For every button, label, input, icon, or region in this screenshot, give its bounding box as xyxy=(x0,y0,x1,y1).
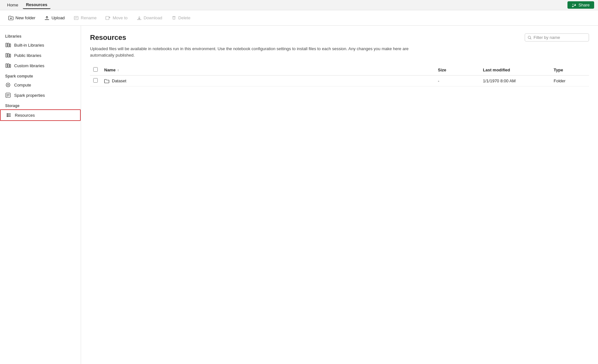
download-icon xyxy=(137,15,142,21)
move-to-button[interactable]: Move to xyxy=(101,14,132,23)
new-folder-button[interactable]: New folder xyxy=(4,14,40,23)
libraries-section-label: Libraries xyxy=(0,31,81,40)
header-size[interactable]: Size xyxy=(435,65,480,76)
svg-point-12 xyxy=(7,84,9,86)
svg-rect-8 xyxy=(6,64,7,68)
sidebar-item-public-libraries-label: Public libraries xyxy=(14,53,41,58)
svg-rect-6 xyxy=(8,53,9,57)
public-libraries-icon xyxy=(5,52,11,58)
share-icon xyxy=(572,3,576,7)
sidebar: Libraries Built-in Libraries Public libr… xyxy=(0,26,81,364)
sidebar-item-public-libraries[interactable]: Public libraries xyxy=(0,50,81,60)
row-name-cell: Dataset xyxy=(101,76,435,86)
toolbar: New folder Upload Rename Move to Downloa… xyxy=(0,10,598,26)
name-col-label: Name xyxy=(104,68,115,72)
svg-rect-9 xyxy=(8,64,9,68)
sidebar-item-builtin-libraries-label: Built-in Libraries xyxy=(14,43,44,48)
sidebar-item-spark-properties-label: Spark properties xyxy=(14,93,45,98)
header-last-modified[interactable]: Last modified xyxy=(480,65,550,76)
row-checkbox[interactable] xyxy=(93,78,98,83)
filter-input-wrap xyxy=(525,33,589,41)
row-checkbox-cell xyxy=(90,76,101,86)
main-layout: Libraries Built-in Libraries Public libr… xyxy=(0,26,598,364)
sort-arrow-icon: ↑ xyxy=(117,68,119,72)
content-description: Uploaded files will be available in note… xyxy=(90,46,428,58)
modified-col-label: Last modified xyxy=(483,68,510,72)
svg-rect-10 xyxy=(10,64,11,68)
custom-libraries-icon xyxy=(5,63,11,68)
rename-label: Rename xyxy=(81,15,96,20)
row-name: Dataset xyxy=(112,78,126,83)
svg-rect-1 xyxy=(106,16,109,20)
header-name[interactable]: Name ↑ xyxy=(101,65,435,76)
sidebar-item-compute[interactable]: Compute xyxy=(0,80,81,90)
builtin-libraries-icon xyxy=(5,42,11,48)
header-checkbox-col xyxy=(90,65,101,76)
upload-label: Upload xyxy=(51,15,65,20)
row-size: - xyxy=(435,76,480,86)
nav-resources[interactable]: Resources xyxy=(23,1,50,9)
upload-icon xyxy=(44,15,50,21)
download-button[interactable]: Download xyxy=(132,14,167,23)
spark-properties-icon xyxy=(5,92,11,98)
svg-rect-3 xyxy=(8,43,9,47)
page-title: Resources xyxy=(90,33,126,42)
sidebar-item-compute-label: Compute xyxy=(14,83,31,87)
svg-rect-5 xyxy=(6,53,7,57)
new-folder-label: New folder xyxy=(15,15,35,20)
folder-icon xyxy=(104,78,109,84)
sidebar-item-builtin-libraries[interactable]: Built-in Libraries xyxy=(0,40,81,50)
content-area: Resources Uploaded files will be availab… xyxy=(81,26,598,364)
svg-point-14 xyxy=(7,114,8,114)
delete-icon xyxy=(171,15,177,21)
rename-icon xyxy=(74,15,79,21)
size-col-label: Size xyxy=(438,68,446,72)
filter-input[interactable] xyxy=(534,35,586,40)
sidebar-item-resources[interactable]: Resources xyxy=(0,109,81,121)
svg-point-15 xyxy=(7,115,8,116)
top-nav: Home Resources Share xyxy=(0,0,598,10)
type-col-label: Type xyxy=(554,68,563,72)
file-table: Name ↑ Size Last modified Type xyxy=(90,65,589,86)
delete-button[interactable]: Delete xyxy=(167,14,195,23)
header-type[interactable]: Type xyxy=(550,65,589,76)
sidebar-item-spark-properties[interactable]: Spark properties xyxy=(0,90,81,100)
new-folder-icon xyxy=(8,15,14,21)
table-header-row: Name ↑ Size Last modified Type xyxy=(90,65,589,76)
spark-compute-section-label: Spark compute xyxy=(0,71,81,80)
download-label: Download xyxy=(144,15,162,20)
svg-point-16 xyxy=(7,116,8,117)
row-last-modified: 1/1/1970 8:00 AM xyxy=(480,76,550,86)
sidebar-item-custom-libraries-label: Custom libraries xyxy=(14,63,44,68)
share-label: Share xyxy=(578,3,590,7)
storage-section-label: Storage xyxy=(0,100,81,109)
svg-rect-4 xyxy=(10,44,11,47)
compute-icon xyxy=(5,82,11,88)
svg-rect-0 xyxy=(74,16,78,20)
svg-rect-7 xyxy=(10,54,11,57)
nav-home[interactable]: Home xyxy=(4,1,22,9)
svg-point-11 xyxy=(6,83,10,87)
sidebar-item-resources-label: Resources xyxy=(15,113,35,118)
select-all-checkbox[interactable] xyxy=(93,67,98,72)
rename-button[interactable]: Rename xyxy=(69,14,101,23)
filter-area xyxy=(525,33,589,41)
upload-button[interactable]: Upload xyxy=(40,14,69,23)
table-row[interactable]: Dataset - 1/1/1970 8:00 AM Folder xyxy=(90,76,589,86)
share-button[interactable]: Share xyxy=(567,1,594,9)
row-type: Folder xyxy=(550,76,589,86)
search-icon xyxy=(528,35,532,40)
move-to-icon xyxy=(105,15,111,21)
resources-icon xyxy=(6,112,12,118)
content-header: Resources xyxy=(90,33,589,44)
svg-rect-2 xyxy=(6,43,7,47)
sidebar-item-custom-libraries[interactable]: Custom libraries xyxy=(0,60,81,71)
move-to-label: Move to xyxy=(113,15,127,20)
delete-label: Delete xyxy=(178,15,191,20)
